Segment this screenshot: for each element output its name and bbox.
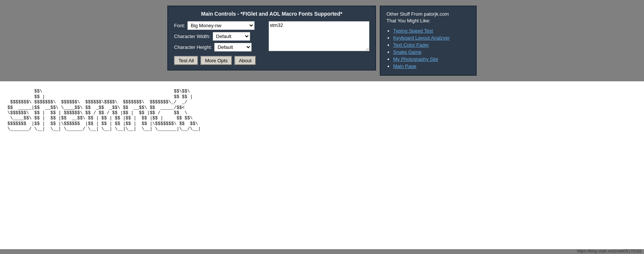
sidebar-links: Typing Speed TestKeyboard Layout Analzye… bbox=[386, 28, 470, 69]
char-height-label: Character Height: bbox=[174, 44, 212, 50]
more-opts-button[interactable]: More Opts bbox=[201, 56, 232, 65]
test-all-button[interactable]: Test All bbox=[174, 56, 198, 65]
about-button[interactable]: About bbox=[234, 56, 256, 65]
status-bar: https://blog.csdn.net/zrw605170182 bbox=[575, 248, 644, 254]
font-label: Font: bbox=[174, 23, 185, 28]
text-input[interactable] bbox=[269, 21, 369, 51]
main-controls-title: Main Controls - *FIGlet and AOL Macro Fo… bbox=[174, 11, 369, 17]
sidebar-title: Other Stuff From patorjk.com That You Mi… bbox=[386, 11, 470, 24]
sidebar-link[interactable]: My Photography Site bbox=[393, 56, 438, 62]
status-url: https://blog.csdn.net/zrw605170182 bbox=[577, 249, 642, 253]
char-height-select[interactable]: DefaultFullFittedControlled SmushingUniv… bbox=[214, 43, 252, 51]
main-controls-panel: Main Controls - *FIGlet and AOL Macro Fo… bbox=[167, 6, 376, 70]
sidebar-link[interactable]: Typing Speed Test bbox=[393, 28, 433, 34]
sidebar-link[interactable]: Keyboard Layout Analzyer bbox=[393, 35, 450, 41]
char-width-select[interactable]: DefaultFullFittedControlled SmushingUniv… bbox=[213, 32, 250, 41]
font-select[interactable]: Big Money-nwStandardBannerBlockBubbleDig… bbox=[187, 21, 255, 30]
output-area: $$\ $$\$$\ $$ | $$ $$ | $$$$$$$\ $$$$$$$… bbox=[0, 81, 644, 249]
sidebar-panel: Other Stuff From patorjk.com That You Mi… bbox=[380, 6, 477, 76]
char-width-label: Character Width: bbox=[174, 34, 211, 39]
ascii-output: $$\ $$\$$\ $$ | $$ $$ | $$$$$$$\ $$$$$$$… bbox=[7, 89, 637, 132]
sidebar-link[interactable]: Main Page bbox=[393, 63, 416, 69]
sidebar-link[interactable]: Snake Game bbox=[393, 49, 422, 55]
sidebar-link[interactable]: Text Color Fader bbox=[393, 42, 429, 48]
